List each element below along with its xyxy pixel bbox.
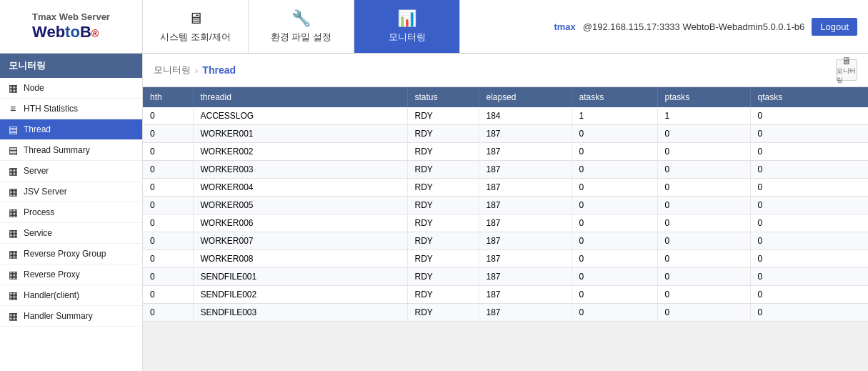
cell-threadid: WORKER006 xyxy=(193,214,407,232)
monitor-icon: 📊 xyxy=(397,9,416,28)
logo-webtob: WebtoB® xyxy=(32,23,110,41)
cell-atasks: 0 xyxy=(572,161,657,179)
cell-atasks: 0 xyxy=(572,179,657,197)
table-row: 0WORKER001RDY187000 xyxy=(143,125,868,143)
cell-status: RDY xyxy=(407,179,479,197)
sidebar-item-node-label: Node xyxy=(24,83,44,93)
header-server-info: @192.168.115.17:3333 WebtoB-Webadmin5.0.… xyxy=(583,21,805,32)
monitor-small-icon: 🖥 xyxy=(842,55,852,66)
jsv-icon: ▦ xyxy=(7,186,19,197)
sidebar-item-handler-client[interactable]: ▦ Handler(client) xyxy=(0,285,142,306)
cell-threadid: WORKER004 xyxy=(193,179,407,197)
logout-button[interactable]: Logout xyxy=(812,18,857,36)
system-icon: 🖥 xyxy=(188,9,204,28)
cell-hth: 0 xyxy=(143,268,193,286)
tab-monitor[interactable]: 📊 모니터링 xyxy=(354,0,460,53)
env-icon: 🔧 xyxy=(291,9,311,28)
cell-status: RDY xyxy=(407,197,479,214)
cell-threadid: ACCESSLOG xyxy=(193,107,407,125)
sidebar-item-hth-statistics[interactable]: ≡ HTH Statistics xyxy=(0,99,142,119)
cell-elapsed: 187 xyxy=(479,161,572,179)
cell-status: RDY xyxy=(407,107,479,125)
table-header: hth threadid status elapsed atasks ptask… xyxy=(143,87,868,107)
sidebar-item-jsv-server[interactable]: ▦ JSV Server xyxy=(0,182,142,202)
cell-qtasks: 0 xyxy=(750,143,868,161)
header-username: tmax xyxy=(554,21,575,32)
header: Tmax Web Server WebtoB® 🖥 시스템 조회/제어 🔧 환경… xyxy=(0,0,868,54)
breadcrumb-monitor-button[interactable]: 🖥 모니터링 xyxy=(836,59,857,81)
cell-threadid: WORKER002 xyxy=(193,143,407,161)
content-area: 모니터링 › Thread 🖥 모니터링 hth threadid status… xyxy=(143,54,868,371)
thread-icon: ▤ xyxy=(7,124,19,135)
cell-ptasks: 0 xyxy=(657,197,750,214)
sidebar-item-service[interactable]: ▦ Service xyxy=(0,223,142,244)
tab-env-label: 환경 파일 설정 xyxy=(271,31,331,44)
sidebar-item-reverse-proxy-group[interactable]: ▦ Reverse Proxy Group xyxy=(0,244,142,264)
table-container: hth threadid status elapsed atasks ptask… xyxy=(143,87,868,371)
table-row: 0SENDFILE001RDY187000 xyxy=(143,268,868,286)
cell-ptasks: 0 xyxy=(657,161,750,179)
cell-ptasks: 0 xyxy=(657,286,750,304)
cell-hth: 0 xyxy=(143,179,193,197)
cell-atasks: 0 xyxy=(572,268,657,286)
tab-system[interactable]: 🖥 시스템 조회/제어 xyxy=(143,0,249,53)
cell-elapsed: 187 xyxy=(479,214,572,232)
cell-hth: 0 xyxy=(143,143,193,161)
handler-summary-icon: ▦ xyxy=(7,310,19,322)
sidebar-item-thread-summary[interactable]: ▤ Thread Summary xyxy=(0,140,142,161)
handler-client-icon: ▦ xyxy=(7,290,19,301)
sidebar-item-process-label: Process xyxy=(24,207,54,217)
cell-elapsed: 187 xyxy=(479,286,572,304)
table-row: 0WORKER008RDY187000 xyxy=(143,250,868,268)
cell-threadid: WORKER001 xyxy=(193,125,407,143)
tab-system-label: 시스템 조회/제어 xyxy=(160,31,230,44)
table-row: 0WORKER005RDY187000 xyxy=(143,197,868,214)
cell-qtasks: 0 xyxy=(750,250,868,268)
cell-hth: 0 xyxy=(143,125,193,143)
service-icon: ▦ xyxy=(7,227,19,239)
breadcrumb-separator: › xyxy=(195,65,198,76)
node-icon: ▦ xyxy=(7,82,19,94)
sidebar-item-handler-summary[interactable]: ▦ Handler Summary xyxy=(0,306,142,327)
cell-qtasks: 0 xyxy=(750,304,868,322)
cell-ptasks: 0 xyxy=(657,125,750,143)
cell-qtasks: 0 xyxy=(750,197,868,214)
sidebar-item-rp-label: Reverse Proxy xyxy=(24,269,80,280)
col-elapsed: elapsed xyxy=(479,87,572,107)
cell-status: RDY xyxy=(407,161,479,179)
cell-ptasks: 0 xyxy=(657,214,750,232)
process-icon: ▦ xyxy=(7,207,19,218)
cell-status: RDY xyxy=(407,286,479,304)
sidebar-header: 모니터링 xyxy=(0,54,142,78)
cell-ptasks: 0 xyxy=(657,143,750,161)
rpg-icon: ▦ xyxy=(7,248,19,259)
table-row: 0SENDFILE002RDY187000 xyxy=(143,286,868,304)
cell-hth: 0 xyxy=(143,286,193,304)
cell-qtasks: 0 xyxy=(750,107,868,125)
cell-threadid: SENDFILE003 xyxy=(193,304,407,322)
cell-ptasks: 0 xyxy=(657,304,750,322)
sidebar-item-reverse-proxy[interactable]: ▦ Reverse Proxy xyxy=(0,264,142,285)
rp-icon: ▦ xyxy=(7,269,19,280)
cell-ptasks: 0 xyxy=(657,250,750,268)
sidebar-item-process[interactable]: ▦ Process xyxy=(0,202,142,223)
cell-threadid: SENDFILE002 xyxy=(193,286,407,304)
cell-elapsed: 184 xyxy=(479,107,572,125)
header-info: tmax @192.168.115.17:3333 WebtoB-Webadmi… xyxy=(543,0,868,53)
sidebar-item-server-label: Server xyxy=(24,166,49,176)
cell-threadid: WORKER007 xyxy=(193,232,407,250)
sidebar-item-server[interactable]: ▦ Server xyxy=(0,161,142,182)
cell-hth: 0 xyxy=(143,304,193,322)
cell-ptasks: 0 xyxy=(657,232,750,250)
cell-qtasks: 0 xyxy=(750,286,868,304)
col-atasks: atasks xyxy=(572,87,657,107)
cell-qtasks: 0 xyxy=(750,214,868,232)
col-qtasks: qtasks xyxy=(750,87,868,107)
table-row: 0WORKER002RDY187000 xyxy=(143,143,868,161)
cell-elapsed: 187 xyxy=(479,125,572,143)
cell-elapsed: 187 xyxy=(479,250,572,268)
cell-ptasks: 0 xyxy=(657,268,750,286)
tab-env[interactable]: 🔧 환경 파일 설정 xyxy=(249,0,354,53)
sidebar-item-node[interactable]: ▦ Node xyxy=(0,78,142,99)
sidebar-item-thread[interactable]: ▤ Thread xyxy=(0,119,142,140)
